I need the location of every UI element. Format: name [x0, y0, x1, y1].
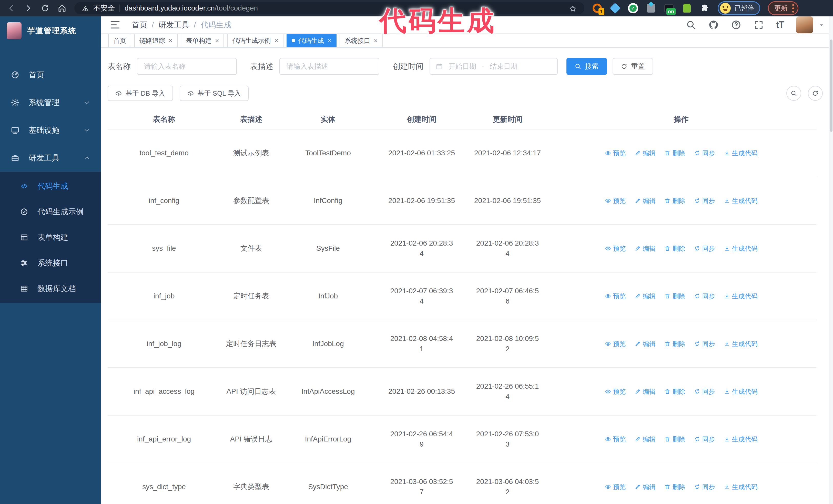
- tab[interactable]: 代码生成示例 ×: [227, 34, 283, 47]
- table-row[interactable]: sys_dict_type 字典类型表 SysDictType 2021-03-…: [108, 463, 816, 504]
- scrollbar-thumb[interactable]: [830, 40, 832, 132]
- row-action-link[interactable]: 生成代码: [724, 148, 758, 158]
- sidebar-subitem[interactable]: 系统接口: [0, 250, 101, 276]
- row-action-link[interactable]: 同步: [694, 196, 715, 206]
- import-db-button[interactable]: 基于 DB 导入: [108, 86, 173, 101]
- browser-home-icon[interactable]: [57, 4, 67, 13]
- row-action-link[interactable]: 同步: [694, 339, 715, 349]
- breadcrumb-item[interactable]: 研发工具: [159, 20, 189, 30]
- sidebar-subitem[interactable]: 表单构建: [0, 224, 101, 250]
- row-action-link[interactable]: 预览: [605, 482, 626, 492]
- extension-icon[interactable]: [682, 3, 692, 13]
- row-action-link[interactable]: 预览: [605, 386, 626, 397]
- sidebar-subitem[interactable]: 代码生成: [0, 173, 101, 199]
- sidebar-item[interactable]: 研发工具: [0, 144, 101, 172]
- reset-button[interactable]: 重置: [613, 58, 653, 75]
- extension-icon[interactable]: 1: [592, 3, 602, 13]
- row-action-link[interactable]: 生成代码: [724, 291, 758, 301]
- extension-icon[interactable]: on: [664, 3, 674, 13]
- row-action-link[interactable]: 编辑: [635, 434, 656, 444]
- sidebar-item[interactable]: 基础设施: [0, 116, 101, 144]
- row-action-link[interactable]: 删除: [664, 339, 685, 349]
- row-action-link[interactable]: 删除: [664, 291, 685, 301]
- row-action-link[interactable]: 编辑: [635, 339, 656, 349]
- table-row[interactable]: inf_api_error_log API 错误日志 InfApiErrorLo…: [108, 415, 816, 463]
- import-sql-button[interactable]: 基于 SQL 导入: [180, 86, 249, 101]
- table-row[interactable]: inf_config 参数配置表 InfConfig 2021-02-06 19…: [108, 177, 816, 224]
- sidebar-item[interactable]: 系统管理: [0, 89, 101, 116]
- row-action-link[interactable]: 同步: [694, 386, 715, 397]
- refresh-table-button[interactable]: [808, 86, 823, 101]
- fullscreen-icon[interactable]: [754, 20, 764, 30]
- extensions-puzzle-icon[interactable]: [700, 3, 710, 13]
- row-action-link[interactable]: 编辑: [635, 386, 656, 397]
- row-action-link[interactable]: 同步: [694, 243, 715, 254]
- sidebar-subitem[interactable]: 代码生成示例: [0, 199, 101, 224]
- toggle-search-button[interactable]: [786, 86, 801, 101]
- row-action-link[interactable]: 删除: [664, 196, 685, 206]
- row-action-link[interactable]: 编辑: [635, 196, 656, 206]
- tab[interactable]: 首页: [108, 34, 131, 47]
- browser-forward-icon[interactable]: [24, 4, 33, 13]
- search-button[interactable]: 搜索: [567, 58, 607, 75]
- sidebar-subitem[interactable]: 数据库文档: [0, 276, 101, 302]
- sidebar-logo-row[interactable]: 芋道管理系统: [0, 17, 101, 45]
- row-action-link[interactable]: 同步: [694, 434, 715, 444]
- help-icon[interactable]: [731, 20, 741, 30]
- page-scrollbar[interactable]: [829, 17, 833, 504]
- browser-profile-chip[interactable]: 已暂停: [718, 1, 760, 15]
- sidebar-item[interactable]: 首页: [0, 61, 101, 89]
- font-size-icon[interactable]: tT: [776, 20, 784, 30]
- user-avatar[interactable]: [796, 17, 813, 33]
- address-bar[interactable]: 不安全 dashboard.yudao.iocoder.cn/tool/code…: [74, 2, 585, 14]
- row-action-link[interactable]: 编辑: [635, 482, 656, 492]
- tab[interactable]: 链路追踪 ×: [134, 34, 177, 47]
- table-row[interactable]: inf_job 定时任务表 InfJob 2021-02-07 06:39:3 …: [108, 272, 816, 320]
- row-action-link[interactable]: 编辑: [635, 148, 656, 158]
- security-warning-icon[interactable]: [82, 4, 89, 12]
- close-icon[interactable]: ×: [374, 37, 378, 45]
- tab[interactable]: 系统接口 ×: [340, 34, 383, 47]
- row-action-link[interactable]: 生成代码: [724, 196, 758, 206]
- end-date-placeholder[interactable]: 结束日期: [490, 62, 518, 71]
- breadcrumb-item[interactable]: 首页: [132, 20, 147, 30]
- browser-update-button[interactable]: 更新: [768, 1, 799, 15]
- github-icon[interactable]: [709, 20, 719, 30]
- row-action-link[interactable]: 生成代码: [724, 482, 758, 492]
- row-action-link[interactable]: 删除: [664, 482, 685, 492]
- bookmark-star-icon[interactable]: [569, 4, 577, 13]
- table-name-input[interactable]: [137, 58, 237, 75]
- close-icon[interactable]: ×: [169, 37, 172, 45]
- row-action-link[interactable]: 预览: [605, 339, 626, 349]
- close-icon[interactable]: ×: [328, 37, 331, 45]
- tab[interactable]: 代码生成 ×: [287, 34, 336, 47]
- close-icon[interactable]: ×: [215, 37, 219, 45]
- table-desc-input[interactable]: [279, 58, 379, 75]
- row-action-link[interactable]: 同步: [694, 482, 715, 492]
- row-action-link[interactable]: 生成代码: [724, 386, 758, 397]
- row-action-link[interactable]: 预览: [605, 196, 626, 206]
- row-action-link[interactable]: 编辑: [635, 243, 656, 254]
- tab[interactable]: 表单构建 ×: [181, 34, 224, 47]
- row-action-link[interactable]: 删除: [664, 434, 685, 444]
- table-row[interactable]: inf_api_access_log API 访问日志表 InfApiAcces…: [108, 368, 816, 415]
- row-action-link[interactable]: 同步: [694, 148, 715, 158]
- row-action-link[interactable]: 生成代码: [724, 434, 758, 444]
- breadcrumb-item[interactable]: 代码生成: [201, 20, 232, 30]
- avatar-caret-icon[interactable]: [819, 22, 824, 28]
- header-search-icon[interactable]: [686, 20, 696, 30]
- start-date-placeholder[interactable]: 开始日期: [449, 62, 476, 71]
- row-action-link[interactable]: 删除: [664, 386, 685, 397]
- row-action-link[interactable]: 编辑: [635, 291, 656, 301]
- row-action-link[interactable]: 生成代码: [724, 243, 758, 254]
- date-range-picker[interactable]: 开始日期 - 结束日期: [430, 58, 558, 75]
- hamburger-icon[interactable]: [110, 20, 120, 30]
- row-action-link[interactable]: 删除: [664, 148, 685, 158]
- table-row[interactable]: inf_job_log 定时任务日志表 InfJobLog 2021-02-08…: [108, 320, 816, 368]
- extension-icon[interactable]: [610, 3, 620, 13]
- close-icon[interactable]: ×: [274, 37, 278, 45]
- row-action-link[interactable]: 删除: [664, 243, 685, 254]
- table-row[interactable]: tool_test_demo 测试示例表 ToolTestDemo 2021-0…: [108, 129, 816, 177]
- browser-back-icon[interactable]: [7, 4, 16, 13]
- row-action-link[interactable]: 同步: [694, 291, 715, 301]
